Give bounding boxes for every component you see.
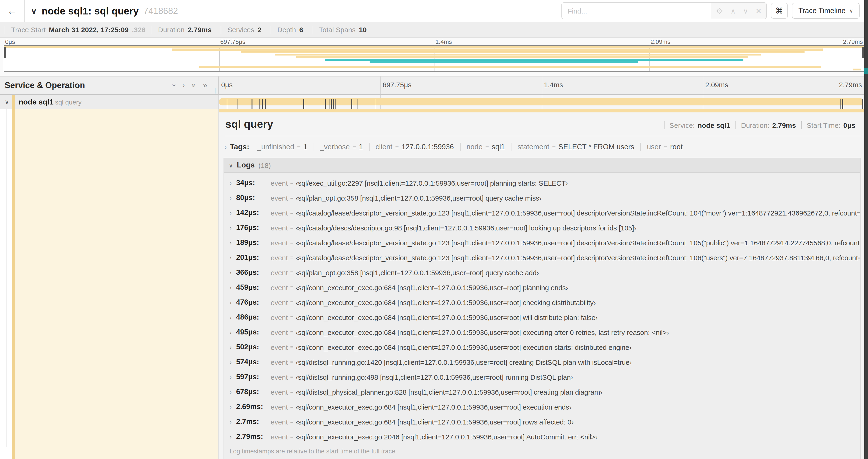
minimap-span-bar bbox=[4, 46, 864, 48]
ruler-tick-label: 2.79ms bbox=[837, 81, 864, 89]
log-field-name: event bbox=[271, 433, 288, 440]
tags-label: Tags: bbox=[230, 143, 249, 151]
jaeger-trace-timeline-page: ← ∨ node sql1: sql query 7418682 ∧ ∨ bbox=[0, 0, 868, 459]
log-timestamp: 597μs: bbox=[236, 373, 271, 381]
collapse-one-icon[interactable]: › bbox=[183, 81, 185, 90]
expand-log-icon[interactable]: › bbox=[229, 299, 236, 306]
expand-collapse-controls: › › » » bbox=[173, 81, 207, 90]
expand-log-icon[interactable]: › bbox=[229, 329, 236, 336]
log-entry-row[interactable]: › 574μs: event = ‹sql/distsql_running.go… bbox=[224, 355, 860, 369]
expand-log-icon[interactable]: › bbox=[229, 373, 236, 381]
span-meta-item: Duration: 2.79ms bbox=[736, 121, 801, 129]
log-equals: = bbox=[290, 389, 293, 395]
log-entry-row[interactable]: › 176μs: event = ‹sql/catalog/descs/desc… bbox=[224, 220, 860, 235]
span-detail-title: sql query bbox=[225, 118, 273, 131]
expand-log-icon[interactable]: › bbox=[229, 403, 236, 410]
span-row: ∨ node sql1 sql query bbox=[0, 95, 868, 109]
back-button[interactable]: ← bbox=[0, 0, 25, 22]
next-result-icon[interactable]: ∨ bbox=[743, 7, 748, 14]
log-entry-row[interactable]: › 476μs: event = ‹sql/conn_executor_exec… bbox=[224, 295, 860, 310]
minimap-right-drag-handle[interactable] bbox=[862, 47, 864, 58]
expand-tags-icon[interactable]: › bbox=[224, 143, 226, 151]
find-input[interactable] bbox=[562, 3, 711, 19]
expand-one-icon[interactable]: › bbox=[170, 84, 178, 87]
log-entry-row[interactable]: › 34μs: event = ‹sql/exec_util.go:2297 [… bbox=[224, 175, 860, 190]
trace-stat: Services 2 bbox=[221, 26, 271, 34]
expand-log-icon[interactable]: › bbox=[229, 358, 236, 365]
expand-log-icon[interactable]: › bbox=[229, 194, 236, 201]
expand-log-icon[interactable]: › bbox=[229, 314, 236, 321]
collapse-header-icon[interactable]: ∨ bbox=[31, 6, 37, 16]
log-entry-row[interactable]: › 502μs: event = ‹sql/conn_executor_exec… bbox=[224, 339, 860, 355]
log-entry-row[interactable]: › 486μs: event = ‹sql/conn_executor_exec… bbox=[224, 310, 860, 325]
page-scrollbar[interactable] bbox=[864, 0, 868, 459]
prev-result-icon[interactable]: ∧ bbox=[731, 7, 736, 14]
log-value: ‹sql/distsql_physical_planner.go:828 [ns… bbox=[296, 388, 602, 396]
log-field-name: event bbox=[271, 254, 288, 261]
stat-label: Duration bbox=[158, 26, 185, 34]
log-field-name: event bbox=[271, 298, 288, 306]
minimap-span-bar bbox=[325, 59, 743, 60]
trace-title-group: ∨ node sql1: sql query 7418682 bbox=[31, 0, 178, 22]
minimap-span-bar bbox=[370, 61, 638, 63]
trace-stat: Duration 2.79ms bbox=[152, 26, 221, 34]
logs-header[interactable]: ∨ Logs (18) bbox=[224, 158, 860, 173]
log-entry-row[interactable]: › 2.69ms: event = ‹sql/conn_executor_exe… bbox=[224, 399, 860, 414]
log-timestamp: 201μs: bbox=[236, 253, 271, 262]
log-value: ‹sql/conn_executor_exec.go:2046 [nsql1,c… bbox=[296, 433, 597, 440]
log-equals: = bbox=[290, 224, 293, 231]
log-entry-row[interactable]: › 2.79ms: event = ‹sql/conn_executor_exe… bbox=[224, 429, 860, 444]
expand-log-icon[interactable]: › bbox=[229, 433, 236, 440]
tag-key: user bbox=[647, 143, 661, 151]
log-entry-row[interactable]: › 366μs: event = ‹sql/plan_opt.go:358 [n… bbox=[224, 265, 860, 280]
minimap-left-drag-handle[interactable] bbox=[4, 47, 6, 58]
keyboard-shortcuts-button[interactable]: ⌘ bbox=[771, 3, 788, 19]
expand-log-icon[interactable]: › bbox=[229, 239, 236, 246]
collapse-all-icon[interactable]: » bbox=[203, 81, 207, 90]
ruler-tick-label: 0μs bbox=[219, 81, 235, 89]
log-timestamp: 80μs: bbox=[236, 194, 271, 202]
span-row-bar-cell[interactable] bbox=[218, 95, 864, 109]
log-entry-row[interactable]: › 495μs: event = ‹sql/conn_executor_exec… bbox=[224, 325, 860, 339]
focus-match-icon[interactable] bbox=[716, 7, 723, 14]
expand-log-icon[interactable]: › bbox=[229, 269, 236, 276]
log-field-name: event bbox=[271, 403, 288, 411]
log-equals: = bbox=[290, 403, 293, 410]
expand-log-icon[interactable]: › bbox=[229, 209, 236, 216]
log-entry-row[interactable]: › 678μs: event = ‹sql/distsql_physical_p… bbox=[224, 384, 860, 399]
span-detail-panel: sql query Service: node sql1 Duration: 2… bbox=[218, 109, 864, 459]
log-entry-row[interactable]: › 142μs: event = ‹sql/catalog/lease/desc… bbox=[224, 205, 860, 220]
log-entry-row[interactable]: › 597μs: event = ‹sql/distsql_running.go… bbox=[224, 369, 860, 384]
expand-all-icon[interactable]: » bbox=[190, 83, 198, 88]
log-entry-row[interactable]: › 2.7ms: event = ‹sql/conn_executor_exec… bbox=[224, 414, 860, 429]
log-equals: = bbox=[290, 329, 293, 335]
tags-row[interactable]: › Tags: _unfinished = 1 _verbose = bbox=[223, 141, 861, 153]
collapse-logs-icon[interactable]: ∨ bbox=[229, 162, 233, 169]
clear-search-icon[interactable]: ✕ bbox=[756, 7, 762, 14]
expand-log-icon[interactable]: › bbox=[229, 418, 236, 425]
expand-log-icon[interactable]: › bbox=[229, 179, 236, 186]
tag-equals: = bbox=[552, 144, 556, 151]
expand-log-icon[interactable]: › bbox=[229, 343, 236, 351]
log-entry-row[interactable]: › 189μs: event = ‹sql/catalog/lease/desc… bbox=[224, 235, 860, 250]
expand-log-icon[interactable]: › bbox=[229, 284, 236, 291]
log-entry-row[interactable]: › 80μs: event = ‹sql/plan_opt.go:358 [ns… bbox=[224, 190, 860, 205]
column-resizer-handle[interactable]: ∥ bbox=[214, 87, 217, 94]
collapse-span-icon[interactable]: ∨ bbox=[5, 98, 9, 105]
tree-indent-guide bbox=[6, 109, 6, 447]
expand-log-icon[interactable]: › bbox=[229, 388, 236, 395]
trace-view-selector[interactable]: Trace Timeline ∨ bbox=[792, 3, 860, 19]
log-entry-row[interactable]: › 459μs: event = ‹sql/conn_executor_exec… bbox=[224, 280, 860, 295]
minimap-canvas[interactable] bbox=[4, 45, 864, 72]
span-detail-left-column bbox=[0, 109, 218, 459]
log-value: ‹sql/conn_executor_exec.go:684 [nsql1,cl… bbox=[296, 313, 597, 321]
log-entry-row[interactable]: › 201μs: event = ‹sql/catalog/lease/desc… bbox=[224, 250, 860, 265]
tag-key: client bbox=[375, 143, 392, 151]
expand-log-icon[interactable]: › bbox=[229, 224, 236, 231]
span-duration-bar[interactable] bbox=[219, 98, 863, 105]
expand-log-icon[interactable]: › bbox=[229, 254, 236, 261]
tag-key: node bbox=[466, 143, 483, 151]
span-row-name-cell[interactable]: ∨ node sql1 sql query bbox=[0, 95, 218, 109]
span-meta-label: Service: bbox=[670, 121, 694, 129]
log-value: ‹sql/conn_executor_exec.go:684 [nsql1,cl… bbox=[296, 298, 596, 306]
